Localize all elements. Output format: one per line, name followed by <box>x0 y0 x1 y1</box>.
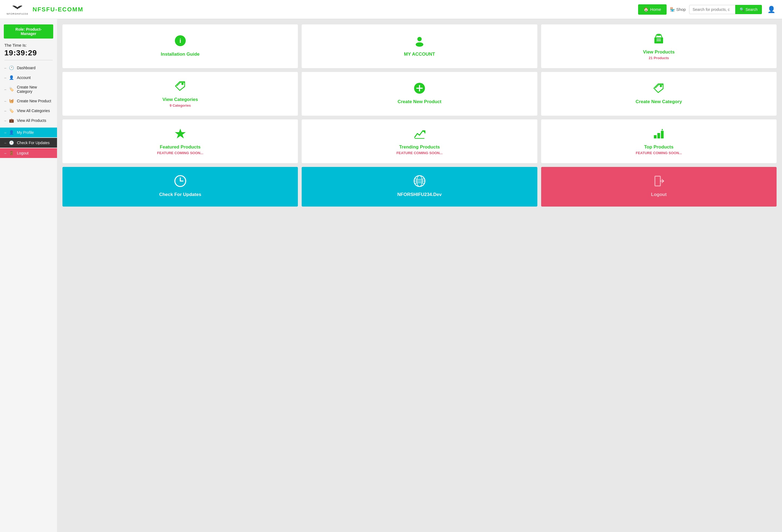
card-check-updates[interactable]: Check For Updates <box>63 167 298 206</box>
sidebar-item-profile[interactable]: – 👤 My Profile <box>0 127 57 137</box>
create-category-icon <box>653 82 665 96</box>
logo-area: NFORSHIFU234 <box>6 4 28 15</box>
featured-icon <box>174 127 186 141</box>
cards-grid: i Installation Guide MY ACCOUNT <box>63 25 777 206</box>
time-label: The Time Is: <box>0 43 57 47</box>
svg-marker-19 <box>662 129 663 130</box>
svg-marker-14 <box>175 129 186 139</box>
dashboard-icon: 🕐 <box>9 66 14 70</box>
briefcase-icon: 💼 <box>9 118 14 123</box>
info-icon: i <box>174 35 186 48</box>
sidebar-item-account[interactable]: – 👤 Account <box>0 73 57 82</box>
top-products-icon <box>653 127 665 141</box>
card-title: Featured Products <box>160 144 201 150</box>
svg-point-3 <box>417 37 422 41</box>
search-bar: 🔍 Search <box>689 5 762 14</box>
profile-icon: 👤 <box>9 130 14 135</box>
account-icon: 👤 <box>9 75 14 80</box>
layout: Role: Product-Manager The Time Is: 19:39… <box>0 19 782 532</box>
svg-point-13 <box>660 85 662 87</box>
card-view-products[interactable]: View Products 21 Products <box>541 25 777 68</box>
sidebar-item-create-product[interactable]: – 🧺 Create New Product <box>0 96 57 106</box>
svg-point-4 <box>416 42 423 47</box>
sidebar-nav: – 🕐 Dashboard – 👤 Account – 🏷️ Create Ne… <box>0 63 57 125</box>
svg-text:i: i <box>179 37 181 44</box>
card-title: MY ACCOUNT <box>404 51 435 57</box>
home-icon: 🏠 <box>643 7 649 12</box>
view-categories-icon <box>174 80 186 93</box>
svg-rect-16 <box>654 135 656 139</box>
card-title: Trending Products <box>399 144 440 150</box>
card-logout[interactable]: Logout <box>541 167 777 206</box>
card-subtitle: FEATURE COMING SOON... <box>396 151 442 155</box>
card-view-categories[interactable]: View Categories 9 Categories <box>63 72 298 116</box>
card-subtitle: 9 Categories <box>170 104 191 108</box>
card-subtitle: FEATURE COMING SOON... <box>636 151 682 155</box>
shop-icon: 🏪 <box>670 7 675 12</box>
card-featured-products[interactable]: Featured Products FEATURE COMING SOON... <box>63 119 298 163</box>
svg-rect-17 <box>657 133 660 139</box>
my-account-icon <box>414 35 425 48</box>
tag2-icon: 🏷️ <box>9 108 14 113</box>
svg-rect-18 <box>661 131 664 139</box>
svg-point-0 <box>16 7 18 9</box>
sidebar-item-create-category[interactable]: – 🏷️ Create New Category <box>0 82 57 96</box>
time-value: 19:39:29 <box>0 48 57 57</box>
header: NFORSHIFU234 NFSFU-ECOMM 🏠 Home 🏪 Shop 🔍… <box>0 0 782 19</box>
updates-icon: 🕐 <box>9 140 14 145</box>
card-subtitle: 21 Products <box>649 56 669 60</box>
sidebar-item-view-products[interactable]: – 💼 View All Products <box>0 116 57 125</box>
logout-icon: 🚪 <box>9 151 14 155</box>
clock-white-icon <box>174 175 186 189</box>
role-badge: Role: Product-Manager <box>4 25 53 39</box>
card-title: Check For Updates <box>159 192 201 197</box>
card-title: View Products <box>643 49 675 55</box>
card-installation-guide[interactable]: i Installation Guide <box>63 25 298 68</box>
shop-button[interactable]: 🏪 Shop <box>670 7 686 12</box>
card-create-new-category[interactable]: Create New Category <box>541 72 777 116</box>
card-title: Installation Guide <box>161 51 200 57</box>
card-title: Create New Category <box>636 99 682 105</box>
card-top-products[interactable]: Top Products FEATURE COMING SOON... <box>541 119 777 163</box>
card-title: Logout <box>651 192 667 197</box>
card-title: View Categories <box>163 97 198 102</box>
card-title: Top Products <box>644 144 673 150</box>
home-button[interactable]: 🏠 Home <box>638 4 667 15</box>
search-icon: 🔍 <box>740 7 744 12</box>
card-subtitle: FEATURE COMING SOON... <box>157 151 203 155</box>
logout-door-icon <box>653 175 665 189</box>
basket-icon: 🧺 <box>9 99 14 104</box>
view-products-icon <box>653 33 665 46</box>
tag-icon: 🏷️ <box>9 87 14 92</box>
search-input[interactable] <box>689 5 735 14</box>
card-trending-products[interactable]: Trending Products FEATURE COMING SOON... <box>302 119 537 163</box>
logo-text: NFORSHIFU234 <box>6 12 28 15</box>
svg-point-9 <box>181 83 183 85</box>
main-content: i Installation Guide MY ACCOUNT <box>57 19 782 532</box>
card-nforshifu-dev[interactable]: NFORSHIFU234.Dev <box>302 167 537 206</box>
trending-icon <box>414 127 425 141</box>
card-create-new-product[interactable]: Create New Product <box>302 72 537 116</box>
create-product-icon <box>414 82 425 96</box>
search-button[interactable]: 🔍 Search <box>735 5 762 14</box>
sidebar-item-logout[interactable]: – 🚪 Logout <box>0 148 57 158</box>
card-my-account[interactable]: MY ACCOUNT <box>302 25 537 68</box>
logo-wings-icon <box>12 4 23 12</box>
card-title: Create New Product <box>397 99 441 105</box>
sidebar-item-updates[interactable]: – 🕐 Check For Updates <box>0 138 57 148</box>
svg-rect-26 <box>655 176 660 186</box>
sidebar-divider <box>4 60 53 60</box>
user-avatar-icon[interactable]: 👤 <box>767 6 776 13</box>
sidebar-bottom-nav: – 👤 My Profile – 🕐 Check For Updates – 🚪… <box>0 127 57 158</box>
sidebar: Role: Product-Manager The Time Is: 19:39… <box>0 19 57 532</box>
globe-icon <box>414 175 425 189</box>
sidebar-item-dashboard[interactable]: – 🕐 Dashboard <box>0 63 57 73</box>
card-title: NFORSHIFU234.Dev <box>397 192 441 197</box>
brand-name: NFSFU-ECOMM <box>33 6 634 13</box>
header-nav: 🏠 Home 🏪 Shop 🔍 Search 👤 <box>638 4 776 15</box>
sidebar-item-view-categories[interactable]: – 🏷️ VIew All Categories <box>0 106 57 116</box>
